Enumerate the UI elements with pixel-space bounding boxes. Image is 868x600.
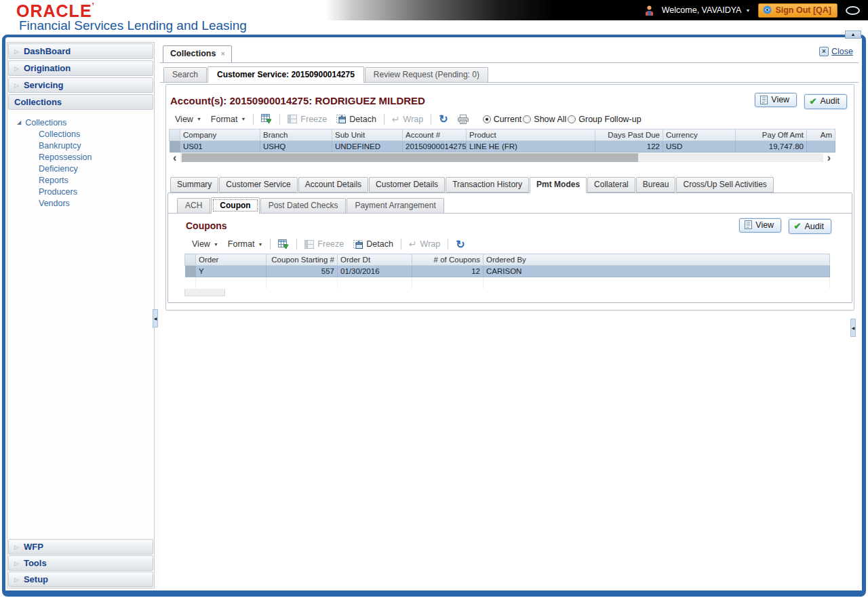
cell-amount-truncated[interactable] <box>807 140 835 152</box>
tree-node-bankruptcy[interactable]: Bankruptcy <box>7 140 154 151</box>
cell-num-coupons[interactable]: 12 <box>412 266 484 277</box>
tree-node-collections[interactable]: Collections <box>7 128 154 140</box>
col-branch[interactable]: Branch <box>260 129 332 140</box>
tab-account-details[interactable]: Account Details <box>298 177 368 193</box>
freeze-button[interactable]: Freeze <box>304 239 344 249</box>
tab-search[interactable]: Search <box>163 67 207 82</box>
toolbar-format-menu[interactable]: Format▼ <box>211 115 246 124</box>
sidebar-item-servicing[interactable]: ▷Servicing <box>8 77 153 93</box>
sidebar-item-setup[interactable]: ▷Setup <box>8 572 153 587</box>
hscroll-track[interactable] <box>180 153 823 162</box>
col-ordered-by[interactable]: Ordered By <box>484 254 830 266</box>
sidebar-item-dashboard[interactable]: ▷DashBoard <box>8 43 153 59</box>
hscroll-thumb[interactable] <box>182 153 638 162</box>
col-order[interactable]: Order <box>196 254 267 266</box>
wrap-button[interactable]: ↵Wrap <box>392 114 423 125</box>
cell-ordered-by[interactable]: CARISON <box>484 266 830 277</box>
tab-payment-arrangement[interactable]: Payment Arrangement <box>347 198 443 213</box>
col-num-coupons[interactable]: # of Coupons <box>412 254 484 266</box>
cell-account-number[interactable]: 20150900014275 <box>403 140 467 152</box>
audit-button[interactable]: ✔ Audit <box>804 94 847 109</box>
wrap-button[interactable]: ↵Wrap <box>409 239 440 249</box>
tab-coupon[interactable]: Coupon <box>211 197 259 214</box>
radio-show-all[interactable]: Show All <box>523 115 566 124</box>
sign-out-button[interactable]: Sign Out [QA] <box>758 3 837 18</box>
col-account-number[interactable]: Account # <box>403 129 467 140</box>
tree-node-reports[interactable]: Reports <box>7 174 154 186</box>
coupons-view-button[interactable]: View <box>739 218 781 233</box>
toolbar-view-menu[interactable]: View▼ <box>175 115 201 124</box>
col-amount-truncated[interactable]: Am <box>807 129 835 140</box>
cell-sub-unit[interactable]: UNDEFINED <box>332 140 403 152</box>
col-days-past-due[interactable]: Days Past Due <box>595 129 663 140</box>
col-company[interactable]: Company <box>180 129 260 140</box>
export-to-excel-icon[interactable] <box>261 114 272 124</box>
col-sub-unit[interactable]: Sub Unit <box>332 129 403 140</box>
tree-node-repossession[interactable]: Repossession <box>7 151 154 163</box>
col-order-dt[interactable]: Order Dt <box>338 254 412 266</box>
detach-button[interactable]: Detach <box>336 115 376 124</box>
coupons-vscrollbar-stub[interactable] <box>184 289 225 296</box>
tab-review-request[interactable]: Review Request (Pending: 0) <box>365 67 488 82</box>
scroll-left-icon[interactable]: ‹ <box>169 153 180 162</box>
tree-node-vendors[interactable]: Vendors <box>7 197 154 209</box>
tab-summary[interactable]: Summary <box>170 177 218 193</box>
radio-current[interactable]: Current <box>483 115 522 124</box>
sidebar-item-tools[interactable]: ▷Tools <box>8 555 153 571</box>
sidebar-item-wfp[interactable]: ▷WFP <box>8 539 153 555</box>
tab-label: Collections <box>170 49 216 58</box>
tree-node-producers[interactable]: Producers <box>7 186 154 197</box>
tab-collections[interactable]: Collections × <box>163 45 232 62</box>
cell-product[interactable]: LINE HE (FR) <box>467 140 595 152</box>
refresh-icon[interactable]: ↻ <box>456 238 465 251</box>
cell-days-past-due[interactable]: 122 <box>595 140 663 152</box>
sidebar-item-collections[interactable]: Collections <box>8 94 153 110</box>
scroll-up-button[interactable]: ▲ <box>845 31 861 39</box>
freeze-button[interactable]: Freeze <box>288 115 327 124</box>
cell-currency[interactable]: USD <box>663 140 736 152</box>
tab-cross-up-sell-activities[interactable]: Cross/Up Sell Activities <box>676 177 773 193</box>
tab-customer-service[interactable]: Customer Service: 20150900014275 <box>208 66 364 83</box>
tab-close-icon[interactable]: × <box>220 49 224 58</box>
account-table-row[interactable]: US01 USHQ UNDEFINED 20150900014275 LINE … <box>170 140 835 152</box>
detach-button[interactable]: Detach <box>353 239 393 249</box>
welcome-user-menu[interactable]: Welcome, VAVAIDYA▼ <box>662 5 751 15</box>
tab-collateral[interactable]: Collateral <box>587 177 635 193</box>
right-collapse-handle[interactable]: ◀ <box>850 319 856 337</box>
col-coupon-starting[interactable]: Coupon Starting # <box>267 254 338 266</box>
coupons-audit-button[interactable]: ✔ Audit <box>789 219 831 234</box>
export-to-excel-icon[interactable] <box>278 239 289 249</box>
tree-node-collections-root[interactable]: ◢Collections <box>7 117 154 128</box>
tab-pmt-modes[interactable]: Pmt Modes <box>530 177 587 193</box>
toolbar-view-menu[interactable]: View▼ <box>192 239 218 249</box>
view-button[interactable]: View <box>755 93 797 107</box>
scroll-right-icon[interactable]: › <box>823 153 835 162</box>
toolbar-format-menu[interactable]: Format▼ <box>228 239 263 249</box>
tree-node-deficiency[interactable]: Deficiency <box>7 163 154 174</box>
radio-group-follow-up[interactable]: Group Follow-up <box>568 115 641 124</box>
close-button[interactable]: × Close <box>819 47 853 56</box>
refresh-icon[interactable]: ↻ <box>439 113 448 125</box>
col-currency[interactable]: Currency <box>663 129 736 140</box>
row-selector-cell[interactable] <box>170 140 180 152</box>
tab-transaction-history[interactable]: Transaction History <box>446 177 529 193</box>
cell-order-dt[interactable]: 01/30/2016 <box>338 266 412 277</box>
cell-coupon-starting[interactable]: 557 <box>267 266 338 277</box>
coupons-table-row[interactable]: Y 557 01/30/2016 12 CARISON <box>185 266 830 277</box>
row-selector-cell[interactable] <box>185 266 196 277</box>
sidebar-collapse-handle[interactable]: ◀ <box>153 309 158 327</box>
tab-ach[interactable]: ACH <box>177 198 210 213</box>
cell-company[interactable]: US01 <box>180 140 260 152</box>
tab-customer-service-detail[interactable]: Customer Service <box>219 177 297 193</box>
cell-pay-off-amt[interactable]: 19,747.80 <box>736 140 807 152</box>
session-oval-icon[interactable] <box>846 6 860 15</box>
col-product[interactable]: Product <box>467 129 595 140</box>
print-icon[interactable] <box>458 115 469 124</box>
col-pay-off-amt[interactable]: Pay Off Amt <box>736 129 807 140</box>
tab-bureau[interactable]: Bureau <box>636 177 676 193</box>
cell-order[interactable]: Y <box>196 266 267 277</box>
tab-post-dated-checks[interactable]: Post Dated Checks <box>260 198 347 213</box>
tab-customer-details[interactable]: Customer Details <box>369 177 445 193</box>
sidebar-item-origination[interactable]: ▷Origination <box>8 60 153 76</box>
cell-branch[interactable]: USHQ <box>260 140 332 152</box>
